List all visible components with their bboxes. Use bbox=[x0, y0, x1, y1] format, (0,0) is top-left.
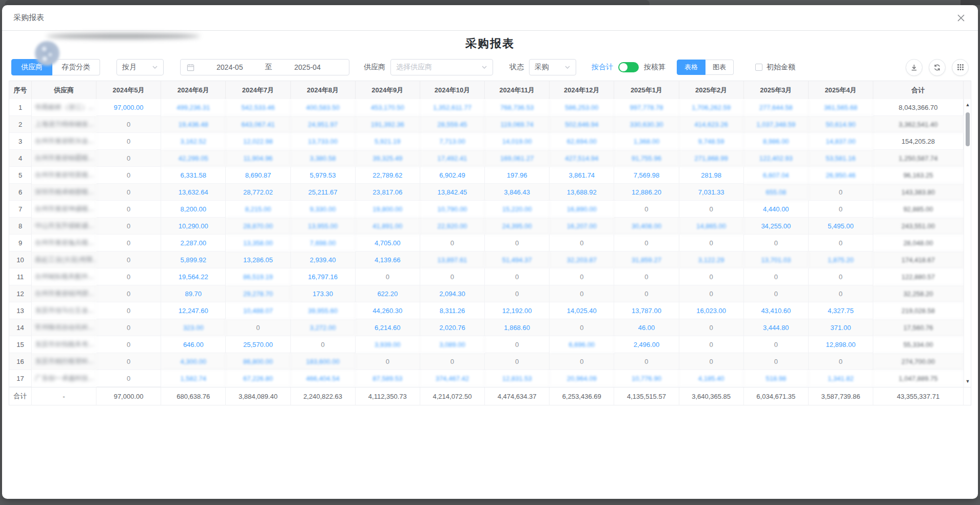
supplier-select[interactable]: 选择供应商 bbox=[390, 59, 493, 75]
amount-cell[interactable]: 502,646.94 bbox=[550, 116, 614, 133]
amount-cell[interactable]: 4,327.75 bbox=[809, 302, 873, 319]
amount-cell[interactable]: 10,488.07 bbox=[226, 302, 290, 319]
amount-cell[interactable]: 2,496.00 bbox=[614, 336, 679, 353]
amount-cell[interactable]: 3,122.29 bbox=[679, 251, 744, 268]
amount-cell[interactable]: 11,904.96 bbox=[226, 150, 290, 167]
amount-cell[interactable]: 24,395.00 bbox=[485, 218, 550, 235]
amount-cell[interactable]: 191,392.36 bbox=[356, 116, 420, 133]
start-date-value[interactable]: 2024-05 bbox=[194, 63, 265, 71]
amount-cell[interactable]: 13,897.61 bbox=[420, 251, 485, 268]
amount-cell[interactable]: 43,410.60 bbox=[744, 302, 809, 319]
amount-cell[interactable]: 281.98 bbox=[679, 167, 744, 184]
amount-cell[interactable]: 169,061.27 bbox=[485, 150, 550, 167]
amount-cell[interactable]: 5,495.00 bbox=[809, 218, 873, 235]
tab-chart-button[interactable]: 图表 bbox=[705, 60, 734, 75]
amount-cell[interactable]: 3,272.00 bbox=[291, 319, 356, 336]
amount-cell[interactable]: 16,890.00 bbox=[550, 201, 614, 218]
amount-cell[interactable]: 1,341.82 bbox=[809, 370, 873, 387]
amount-cell[interactable]: 12,022.98 bbox=[226, 133, 290, 150]
amount-cell[interactable]: 13,688.92 bbox=[550, 184, 614, 201]
amount-cell[interactable]: 19,436.48 bbox=[161, 116, 226, 133]
date-range-picker[interactable]: 2024-05 至 2025-04 bbox=[180, 59, 349, 75]
amount-cell[interactable]: 6,607.04 bbox=[744, 167, 809, 184]
amount-cell[interactable]: 22,789.62 bbox=[356, 167, 420, 184]
amount-cell[interactable]: 20,964.09 bbox=[550, 370, 614, 387]
amount-cell[interactable]: 32,203.87 bbox=[550, 251, 614, 268]
amount-cell[interactable]: 7,698.00 bbox=[291, 235, 356, 251]
amount-cell[interactable]: 86,519.19 bbox=[226, 268, 290, 285]
download-button[interactable] bbox=[906, 59, 923, 76]
amount-cell[interactable]: 173.30 bbox=[291, 285, 356, 302]
amount-cell[interactable]: 6,696.00 bbox=[550, 336, 614, 353]
amount-cell[interactable]: 3,861.74 bbox=[550, 167, 614, 184]
scroll-down-button[interactable]: ▼ bbox=[964, 378, 971, 385]
amount-cell[interactable]: 646.00 bbox=[161, 336, 226, 353]
amount-cell[interactable]: 466,404.54 bbox=[291, 370, 356, 387]
amount-cell[interactable]: 1,706,262.59 bbox=[679, 99, 744, 116]
amount-cell[interactable]: 25,211.67 bbox=[291, 184, 356, 201]
period-select[interactable]: 按月 bbox=[116, 59, 164, 75]
amount-cell[interactable]: 542,533.46 bbox=[226, 99, 290, 116]
calc-toggle-switch[interactable] bbox=[618, 62, 639, 72]
amount-cell[interactable]: 427,514.94 bbox=[550, 150, 614, 167]
amount-cell[interactable]: 371.00 bbox=[809, 319, 873, 336]
amount-cell[interactable]: 12,831.53 bbox=[485, 370, 550, 387]
amount-cell[interactable]: 1,368.00 bbox=[614, 133, 679, 150]
status-select[interactable]: 采购 bbox=[529, 59, 576, 75]
amount-cell[interactable]: 3,380.58 bbox=[291, 150, 356, 167]
initial-amount-checkbox[interactable]: 初始金额 bbox=[755, 63, 795, 72]
amount-cell[interactable]: 3,444.80 bbox=[744, 319, 809, 336]
amount-cell[interactable]: 10,290.00 bbox=[161, 218, 226, 235]
amount-cell[interactable]: 29,278.70 bbox=[226, 285, 290, 302]
amount-cell[interactable]: 51,494.37 bbox=[485, 251, 550, 268]
amount-cell[interactable]: 26,950.46 bbox=[809, 167, 873, 184]
amount-cell[interactable]: 3,846.43 bbox=[485, 184, 550, 201]
amount-cell[interactable]: 19,564.22 bbox=[161, 268, 226, 285]
amount-cell[interactable]: 8,690.87 bbox=[226, 167, 290, 184]
tab-inventory-category-button[interactable]: 存货分类 bbox=[52, 59, 100, 75]
amount-cell[interactable]: 361,565.68 bbox=[809, 99, 873, 116]
amount-cell[interactable]: 499,236.31 bbox=[161, 99, 226, 116]
amount-cell[interactable]: 10,776.90 bbox=[614, 370, 679, 387]
amount-cell[interactable]: 34,255.00 bbox=[744, 218, 809, 235]
amount-cell[interactable]: 97,000.00 bbox=[96, 99, 161, 116]
amount-cell[interactable]: 997,778.78 bbox=[614, 99, 679, 116]
amount-cell[interactable]: 28,559.45 bbox=[420, 116, 485, 133]
amount-cell[interactable]: 1,868.60 bbox=[485, 319, 550, 336]
amount-cell[interactable]: 16,207.00 bbox=[550, 218, 614, 235]
amount-cell[interactable]: 3,089.00 bbox=[420, 336, 485, 353]
amount-cell[interactable]: 453,170.50 bbox=[356, 99, 420, 116]
amount-cell[interactable]: 19,800.00 bbox=[356, 201, 420, 218]
amount-cell[interactable]: 13,787.00 bbox=[614, 302, 679, 319]
amount-cell[interactable]: 62,694.00 bbox=[550, 133, 614, 150]
checkbox-box[interactable] bbox=[755, 64, 762, 71]
amount-cell[interactable]: 14,865.00 bbox=[679, 218, 744, 235]
amount-cell[interactable]: 17,492.41 bbox=[420, 150, 485, 167]
amount-cell[interactable]: 13,358.00 bbox=[226, 235, 290, 251]
amount-cell[interactable]: 7,713.00 bbox=[420, 133, 485, 150]
amount-cell[interactable]: 2,094.30 bbox=[420, 285, 485, 302]
amount-cell[interactable]: 15,220.00 bbox=[485, 201, 550, 218]
amount-cell[interactable]: 518.98 bbox=[744, 370, 809, 387]
amount-cell[interactable]: 12,192.00 bbox=[485, 302, 550, 319]
amount-cell[interactable]: 46.00 bbox=[614, 319, 679, 336]
amount-cell[interactable]: 13,733.00 bbox=[291, 133, 356, 150]
amount-cell[interactable]: 39,325.49 bbox=[356, 150, 420, 167]
amount-cell[interactable]: 4,139.66 bbox=[356, 251, 420, 268]
amount-cell[interactable]: 622.20 bbox=[356, 285, 420, 302]
amount-cell[interactable]: 13,955.00 bbox=[291, 218, 356, 235]
amount-cell[interactable]: 5,979.53 bbox=[291, 167, 356, 184]
amount-cell[interactable]: 8,311.26 bbox=[420, 302, 485, 319]
amount-cell[interactable]: 12,886.20 bbox=[614, 184, 679, 201]
scroll-thumb[interactable] bbox=[966, 112, 970, 146]
amount-cell[interactable]: 8,200.00 bbox=[161, 201, 226, 218]
amount-cell[interactable]: 7,031.33 bbox=[679, 184, 744, 201]
amount-cell[interactable]: 10,790.00 bbox=[420, 201, 485, 218]
amount-cell[interactable]: 4,705.00 bbox=[356, 235, 420, 251]
refresh-button[interactable] bbox=[929, 59, 946, 76]
amount-cell[interactable]: 12,898.00 bbox=[809, 336, 873, 353]
amount-cell[interactable]: 3,162.52 bbox=[161, 133, 226, 150]
amount-cell[interactable]: 6,214.60 bbox=[356, 319, 420, 336]
amount-cell[interactable]: 13,286.05 bbox=[226, 251, 290, 268]
amount-cell[interactable]: 1,352,611.77 bbox=[420, 99, 485, 116]
